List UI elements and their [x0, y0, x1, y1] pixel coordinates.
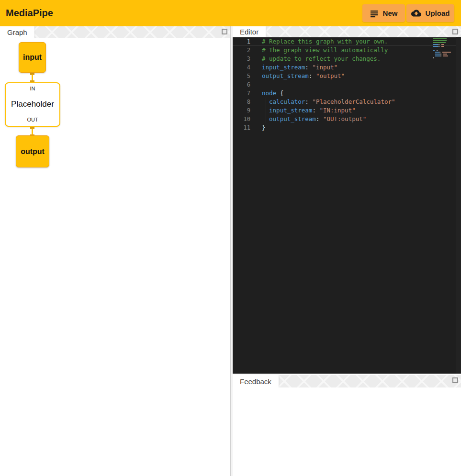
placeholder-title: Placeholder: [11, 100, 54, 109]
indent-guide: [266, 98, 266, 123]
graph-maximize-icon[interactable]: [222, 29, 227, 34]
new-list-icon: [370, 9, 379, 18]
code-line[interactable]: 4input_stream: "input": [233, 63, 461, 72]
editor-maximize-icon[interactable]: [452, 29, 458, 34]
code-line[interactable]: 1# Replace this graph with your own.: [233, 37, 461, 46]
graph-node-output-label: output: [21, 147, 45, 156]
graph-panel: Graph input IN Placeholder OUT output: [0, 26, 231, 476]
graph-node-input-label: input: [23, 53, 42, 62]
code-line[interactable]: 5output_stream: "output": [233, 72, 461, 80]
code-line[interactable]: 6: [233, 80, 461, 89]
upload-button[interactable]: Upload: [406, 4, 454, 22]
code-lines: 1# Replace this graph with your own.2# T…: [233, 37, 461, 132]
new-button[interactable]: New: [362, 4, 405, 22]
code-line[interactable]: 11}: [233, 123, 461, 132]
feedback-maximize-icon[interactable]: [452, 377, 458, 383]
editor-panel: Editor 1# Replace this graph with your o…: [233, 26, 461, 374]
code-line[interactable]: 3# update to reflect your changes.: [233, 55, 461, 63]
app-title: MediaPipe: [6, 0, 53, 26]
placeholder-out-label: OUT: [27, 117, 38, 122]
code-line[interactable]: 2# The graph view will automatically: [233, 46, 461, 55]
feedback-tabbar: Feedback: [233, 375, 461, 387]
tab-editor[interactable]: Editor: [233, 26, 266, 37]
editor-scrollbar[interactable]: [456, 37, 461, 374]
right-column: Editor 1# Replace this graph with your o…: [233, 26, 461, 476]
minimap[interactable]: [433, 38, 451, 59]
app-header: MediaPipe New Upload: [0, 0, 461, 26]
code-line[interactable]: 8 calculator: "PlaceholderCalculator": [233, 98, 461, 106]
tab-editor-label: Editor: [240, 28, 259, 36]
graph-node-input[interactable]: input: [19, 42, 46, 73]
tab-feedback-label: Feedback: [240, 377, 271, 386]
placeholder-in-label: IN: [30, 86, 35, 91]
cloud-upload-icon: [411, 10, 421, 17]
code-line[interactable]: 10 output_stream: "OUT:output": [233, 115, 461, 123]
graph-node-placeholder[interactable]: IN Placeholder OUT: [5, 82, 60, 127]
tab-graph[interactable]: Graph: [0, 26, 34, 38]
code-editor[interactable]: 1# Replace this graph with your own.2# T…: [233, 37, 461, 374]
graph-node-output[interactable]: output: [16, 135, 49, 167]
graph-canvas[interactable]: input IN Placeholder OUT output: [0, 38, 230, 476]
tab-graph-label: Graph: [7, 28, 27, 36]
graph-tabbar: Graph: [0, 26, 230, 38]
new-button-label: New: [383, 9, 398, 17]
feedback-content: [233, 387, 461, 476]
tab-feedback[interactable]: Feedback: [233, 375, 279, 387]
upload-button-label: Upload: [426, 9, 450, 17]
code-line[interactable]: 9 input_stream: "IN:input": [233, 106, 461, 115]
editor-tabbar: Editor: [233, 26, 461, 37]
feedback-panel: Feedback: [233, 375, 461, 476]
code-line[interactable]: 7node {: [233, 89, 461, 98]
